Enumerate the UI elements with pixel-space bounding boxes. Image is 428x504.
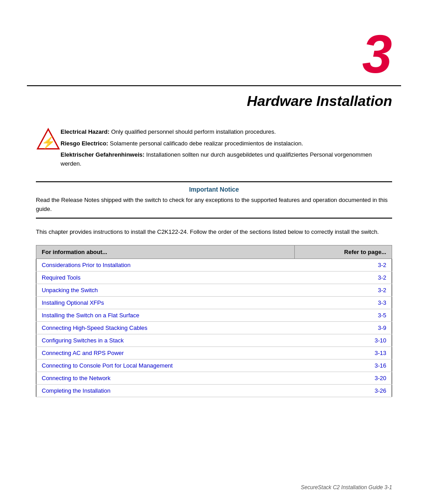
table-row: Connecting AC and RPS Power3-13: [36, 346, 392, 359]
table-header-col2: Refer to page...: [295, 245, 392, 259]
hazard-box: ⚡ Electrical Hazard: Only qualified pers…: [36, 123, 392, 172]
toc-link-label[interactable]: Considerations Prior to Installation: [36, 259, 295, 271]
electrical-hazard-label: Electrical Hazard:: [61, 128, 109, 135]
table-header-row: For information about... Refer to page..…: [36, 245, 392, 259]
table-row: Connecting High-Speed Stacking Cables3-9: [36, 321, 392, 334]
toc-page-ref[interactable]: 3-3: [295, 296, 392, 309]
toc-page-ref[interactable]: 3-26: [295, 384, 392, 397]
chapter-intro: This chapter provides instructions to in…: [36, 228, 392, 237]
page-container: 3 Hardware Installation ⚡ Electrical Haz…: [0, 0, 428, 504]
riesgo-paragraph: Riesgo Electrico: Solamente personal cal…: [61, 139, 392, 148]
toc-page-ref[interactable]: 3-9: [295, 321, 392, 334]
toc-link-label[interactable]: Completing the Installation: [36, 384, 295, 397]
toc-page-ref[interactable]: 3-20: [295, 372, 392, 384]
toc-table-body: Considerations Prior to Installation3-2R…: [36, 259, 392, 397]
elektrischer-label: Elektrischer Gefahrenhinweis:: [61, 151, 144, 158]
elektrischer-paragraph: Elektrischer Gefahrenhinweis: Installati…: [61, 150, 392, 168]
content-area: ⚡ Electrical Hazard: Only qualified pers…: [0, 123, 428, 397]
electrical-hazard-icon: ⚡: [36, 127, 61, 152]
table-row: Connecting to the Network3-20: [36, 372, 392, 384]
hazard-text: Electrical Hazard: Only qualified person…: [61, 127, 392, 168]
riesgo-label: Riesgo Electrico:: [61, 140, 108, 147]
toc-link-label[interactable]: Connecting AC and RPS Power: [36, 346, 295, 359]
chapter-title: Hardware Installation: [247, 93, 392, 109]
table-row: Considerations Prior to Installation3-2: [36, 259, 392, 271]
table-row: Connecting to Console Port for Local Man…: [36, 359, 392, 372]
electrical-hazard-detail: Only qualified personnel should perform …: [111, 128, 276, 135]
chapter-number-section: 3: [0, 0, 428, 85]
toc-page-ref[interactable]: 3-5: [295, 309, 392, 321]
table-row: Required Tools3-2: [36, 271, 392, 284]
important-notice-text: Read the Release Notes shipped with the …: [36, 196, 392, 213]
toc-link-label[interactable]: Connecting High-Speed Stacking Cables: [36, 321, 295, 334]
riesgo-detail: Solamente personal calificado debe reali…: [110, 140, 303, 147]
table-row: Configuring Switches in a Stack3-10: [36, 334, 392, 346]
svg-text:⚡: ⚡: [41, 136, 56, 149]
page-footer: SecureStack C2 Installation Guide 3-1: [301, 484, 392, 491]
toc-page-ref[interactable]: 3-2: [295, 271, 392, 284]
chapter-title-section: Hardware Installation: [0, 86, 428, 123]
chapter-number: 3: [362, 27, 392, 81]
toc-page-ref[interactable]: 3-2: [295, 259, 392, 271]
toc-page-ref[interactable]: 3-10: [295, 334, 392, 346]
toc-page-ref[interactable]: 3-2: [295, 284, 392, 296]
toc-link-label[interactable]: Unpacking the Switch: [36, 284, 295, 296]
toc-link-label[interactable]: Connecting to the Network: [36, 372, 295, 384]
toc-link-label[interactable]: Installing Optional XFPs: [36, 296, 295, 309]
toc-page-ref[interactable]: 3-13: [295, 346, 392, 359]
toc-link-label[interactable]: Connecting to Console Port for Local Man…: [36, 359, 295, 372]
important-notice-title: Important Notice: [36, 186, 392, 193]
footer-text: SecureStack C2 Installation Guide 3-1: [301, 484, 392, 491]
toc-page-ref[interactable]: 3-16: [295, 359, 392, 372]
electrical-hazard-paragraph: Electrical Hazard: Only qualified person…: [61, 127, 392, 136]
table-row: Unpacking the Switch3-2: [36, 284, 392, 296]
table-row: Installing the Switch on a Flat Surface3…: [36, 309, 392, 321]
toc-table: For information about... Refer to page..…: [36, 245, 392, 397]
toc-link-label[interactable]: Installing the Switch on a Flat Surface: [36, 309, 295, 321]
table-row: Installing Optional XFPs3-3: [36, 296, 392, 309]
table-header-col1: For information about...: [36, 245, 295, 259]
toc-link-label[interactable]: Required Tools: [36, 271, 295, 284]
table-row: Completing the Installation3-26: [36, 384, 392, 397]
important-notice-box: Important Notice Read the Release Notes …: [36, 181, 392, 219]
toc-link-label[interactable]: Configuring Switches in a Stack: [36, 334, 295, 346]
